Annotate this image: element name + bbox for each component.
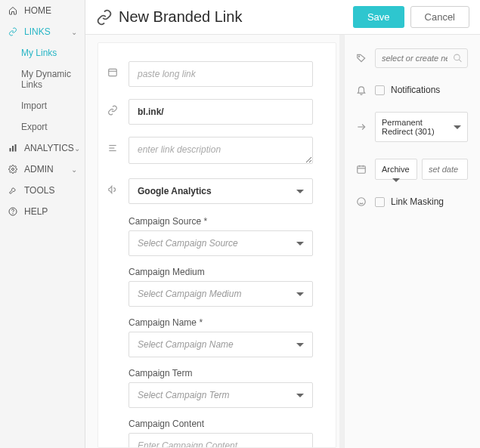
caret-down-icon (296, 394, 304, 397)
svg-rect-15 (358, 166, 366, 173)
home-icon (8, 5, 18, 16)
campaign-source-label: Campaign Source * (129, 216, 313, 227)
campaign-content-label: Campaign Content (129, 419, 313, 429)
subnav-import[interactable]: Import (18, 95, 85, 116)
nav-home-label: HOME (24, 5, 51, 16)
link-masking-label: Link Masking (391, 196, 444, 207)
tag-icon (355, 53, 367, 63)
side-panel: Notifications Permanent Redirect (301) (344, 35, 480, 448)
megaphone-icon (106, 178, 119, 195)
tracker-select[interactable]: Google Analytics (129, 178, 313, 204)
nav-links-label: LINKS (24, 26, 51, 37)
main-panel: New Branded Link Save Cancel (85, 0, 480, 448)
help-icon (8, 206, 18, 217)
long-link-input[interactable] (129, 61, 313, 87)
nav-tools[interactable]: TOOLS (0, 180, 85, 201)
svg-point-12 (454, 54, 460, 60)
redirect-select-value: Permanent Redirect (301) (382, 118, 454, 136)
campaign-content-input[interactable] (129, 433, 313, 448)
nav-help-label: HELP (24, 206, 48, 217)
calendar-icon (355, 164, 367, 175)
archive-date-input[interactable] (422, 159, 468, 180)
nav-analytics[interactable]: ANALYTICS ⌄ (0, 137, 85, 159)
svg-point-19 (358, 198, 366, 206)
campaign-medium-placeholder: Select Campaign Medium (138, 289, 241, 299)
caret-down-icon (392, 178, 400, 182)
svg-rect-6 (109, 69, 117, 76)
nav-tools-label: TOOLS (24, 185, 54, 196)
subnav-my-links[interactable]: My Links (18, 42, 85, 63)
campaign-name-select[interactable]: Select Campaign Name (129, 332, 313, 357)
campaign-medium-select[interactable]: Select Campaign Medium (129, 281, 313, 307)
nav-admin[interactable]: ADMIN ⌄ (0, 159, 85, 180)
nav-links-subitems: My Links My Dynamic Links Import Export (0, 42, 85, 137)
redirect-icon (355, 122, 367, 132)
cancel-button[interactable]: Cancel (410, 6, 469, 28)
topbar: New Branded Link Save Cancel (85, 0, 480, 35)
search-icon[interactable] (453, 54, 463, 63)
chart-icon (8, 143, 18, 153)
campaign-name-label: Campaign Name * (129, 317, 313, 328)
nav-analytics-label: ANALYTICS (24, 143, 74, 153)
subnav-my-dynamic-links[interactable]: My Dynamic Links (18, 63, 85, 95)
campaign-medium-label: Campaign Medium (129, 267, 313, 277)
nav-links[interactable]: LINKS ⌄ (0, 21, 85, 42)
link-icon (106, 99, 119, 116)
tag-input[interactable] (382, 54, 447, 63)
nav-help[interactable]: HELP (0, 201, 85, 222)
campaign-source-placeholder: Select Campaign Source (138, 238, 238, 249)
form-column: Google Analytics Campaign Source * Sele (98, 42, 336, 448)
mask-icon (355, 196, 367, 207)
campaign-term-select[interactable]: Select Campaign Term (129, 382, 313, 408)
page-title: New Branded Link (119, 8, 242, 26)
nav-home[interactable]: HOME (0, 0, 85, 21)
sidebar: HOME LINKS ⌄ My Links My Dynamic Links I… (0, 0, 85, 448)
gear-icon (8, 164, 18, 175)
campaign-source-select[interactable]: Select Campaign Source (129, 230, 313, 256)
link-icon (8, 26, 18, 37)
archive-select[interactable]: Archive (375, 159, 417, 180)
caret-down-icon (296, 190, 304, 193)
caret-down-icon (296, 242, 304, 246)
subnav-export[interactable]: Export (18, 116, 85, 137)
svg-point-5 (13, 213, 14, 214)
notifications-checkbox[interactable] (375, 85, 385, 95)
save-button[interactable]: Save (353, 6, 404, 28)
chevron-down-icon: ⌄ (74, 144, 80, 153)
caret-down-icon (454, 125, 461, 129)
campaign-term-label: Campaign Term (129, 368, 313, 378)
chevron-down-icon: ⌄ (71, 28, 77, 36)
svg-point-11 (359, 56, 360, 57)
link-icon (96, 9, 113, 26)
campaign-term-placeholder: Select Campaign Term (138, 390, 230, 400)
link-masking-checkbox[interactable] (375, 197, 385, 207)
redirect-select[interactable]: Permanent Redirect (301) (375, 112, 468, 142)
svg-line-13 (459, 60, 461, 62)
archive-select-value: Archive (382, 165, 410, 174)
nav-admin-label: ADMIN (24, 164, 54, 175)
svg-point-3 (12, 168, 14, 171)
tag-input-wrapper (375, 48, 468, 68)
browser-icon (106, 61, 119, 78)
svg-rect-0 (10, 148, 11, 152)
chevron-down-icon: ⌄ (71, 165, 77, 174)
bell-icon (355, 85, 367, 95)
tracker-select-value: Google Analytics (138, 186, 212, 196)
svg-rect-2 (15, 144, 17, 152)
wrench-icon (8, 185, 18, 196)
caret-down-icon (296, 292, 304, 296)
campaign-name-placeholder: Select Campaign Name (138, 339, 234, 350)
short-link-input[interactable] (129, 99, 313, 125)
notifications-label: Notifications (391, 85, 440, 95)
svg-rect-1 (12, 146, 14, 152)
description-icon (106, 137, 119, 153)
description-textarea[interactable] (129, 137, 313, 164)
caret-down-icon (296, 343, 304, 347)
